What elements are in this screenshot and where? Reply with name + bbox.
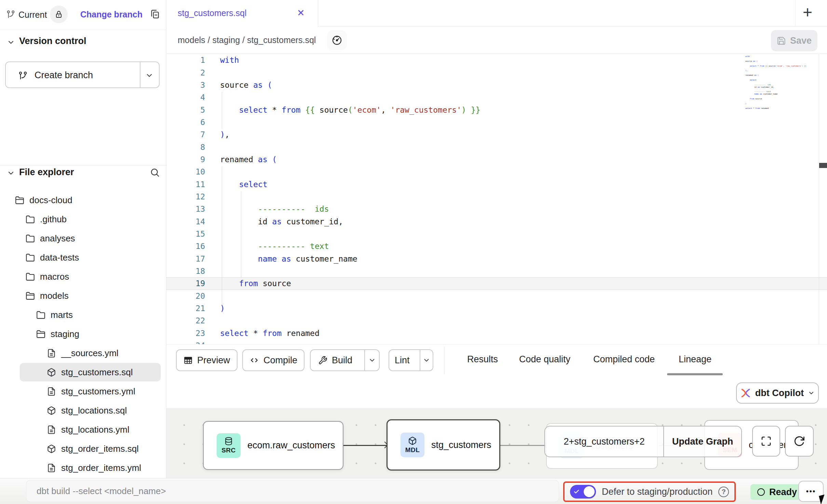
code-text: id as customer_id, bbox=[220, 217, 343, 226]
version-control-chevron-icon[interactable] bbox=[7, 38, 15, 46]
file-explorer-chevron-icon[interactable] bbox=[7, 169, 15, 177]
file-explorer-title: File explorer bbox=[19, 167, 74, 178]
code-line[interactable]: 24 bbox=[166, 339, 827, 344]
badge-label: MDL bbox=[405, 446, 420, 454]
line-number: 17 bbox=[166, 254, 205, 263]
lineage-selector-input[interactable]: 2+stg_customers+2 bbox=[545, 426, 663, 457]
file-item-label: data-tests bbox=[40, 252, 79, 263]
command-placeholder: dbt build --select <model_name> bbox=[37, 486, 166, 496]
code-line[interactable]: 16 ---------- text bbox=[166, 240, 827, 252]
code-text: ---------- text bbox=[220, 242, 329, 251]
code-line[interactable]: 12 bbox=[166, 191, 827, 203]
code-line[interactable]: 14 id as customer_id, bbox=[166, 215, 827, 227]
code-line[interactable]: 22 bbox=[166, 314, 827, 327]
line-number: 13 bbox=[166, 205, 205, 213]
new-tab-button[interactable]: + bbox=[803, 3, 812, 22]
build-main[interactable]: Build bbox=[311, 350, 360, 370]
lineage-node-stg-customers[interactable]: MDL stg_customers bbox=[387, 419, 500, 471]
node-label: stg_customers bbox=[431, 440, 491, 450]
lint-dropdown-chevron-icon[interactable] bbox=[420, 350, 433, 370]
lint-button[interactable]: Lint bbox=[389, 349, 433, 371]
file-item[interactable]: stg_locations.yml bbox=[0, 420, 166, 439]
code-line[interactable]: 11 select bbox=[166, 178, 827, 190]
refresh-button[interactable] bbox=[785, 426, 814, 457]
save-icon bbox=[777, 36, 786, 45]
code-line[interactable]: 10 bbox=[166, 166, 827, 178]
code-line[interactable]: 13 ---------- ids bbox=[166, 203, 827, 215]
file-item[interactable]: macros bbox=[0, 267, 166, 286]
check-icon bbox=[573, 489, 580, 495]
line-number: 9 bbox=[166, 155, 205, 164]
breadcrumb: models / staging / stg_customers.sql bbox=[178, 35, 316, 45]
status-badge: Ready bbox=[750, 484, 804, 500]
compile-button[interactable]: Compile bbox=[242, 349, 304, 371]
code-line[interactable]: 8 bbox=[166, 141, 827, 153]
file-item[interactable]: stg_order_items.sql bbox=[0, 439, 166, 458]
tab-stg-customers-sql[interactable]: stg_customers.sql ✕ bbox=[166, 0, 318, 27]
update-graph-button[interactable]: Update Graph bbox=[664, 426, 741, 457]
chevron-down-icon bbox=[808, 390, 815, 396]
code-line[interactable]: 1with bbox=[166, 54, 827, 66]
dbt-copilot-button[interactable]: dbt Copilot bbox=[736, 382, 819, 404]
file-item[interactable]: analyses bbox=[0, 229, 166, 248]
indent-guide bbox=[241, 191, 241, 278]
file-item[interactable]: stg_locations.sql bbox=[0, 401, 166, 420]
tab-results[interactable]: Results bbox=[467, 354, 498, 365]
lineage-selector-bar: 2+stg_customers+2 Update Graph bbox=[544, 426, 742, 457]
lint-main[interactable]: Lint bbox=[389, 350, 415, 370]
lineage-header-strip: dbt Copilot bbox=[166, 376, 827, 408]
preview-button[interactable]: Preview bbox=[176, 349, 238, 371]
file-item[interactable]: stg_order_items.yml bbox=[0, 458, 166, 477]
code-line[interactable]: 23select * from renamed bbox=[166, 327, 827, 339]
code-line[interactable]: 2 bbox=[166, 66, 827, 79]
code-line[interactable]: 18 bbox=[166, 265, 827, 277]
code-line[interactable]: 4 bbox=[166, 91, 827, 103]
build-button[interactable]: Build bbox=[310, 349, 380, 371]
defer-toggle[interactable] bbox=[570, 485, 596, 499]
code-line[interactable]: 20 bbox=[166, 290, 827, 302]
line-number: 22 bbox=[166, 316, 205, 325]
code-line[interactable]: 3source as ( bbox=[166, 79, 827, 91]
code-minimap[interactable]: withsource as ( select * from {{ source(… bbox=[745, 55, 817, 112]
code-line[interactable]: 15 bbox=[166, 228, 827, 240]
chevron-down-icon[interactable] bbox=[145, 71, 153, 80]
file-item[interactable]: stg_customers.yml bbox=[0, 382, 166, 401]
file-item[interactable]: docs-cloud bbox=[0, 191, 166, 210]
line-number: 18 bbox=[166, 267, 205, 276]
save-button[interactable]: Save bbox=[771, 30, 817, 51]
fullscreen-button[interactable] bbox=[752, 426, 780, 457]
file-item[interactable]: stg_customers.sql bbox=[0, 363, 166, 382]
code-line[interactable]: 17 name as customer_name bbox=[166, 253, 827, 265]
code-editor[interactable]: 1with23source as (45 select * from {{ so… bbox=[166, 54, 827, 344]
lineage-node-source[interactable]: SRC ecom.raw_customers bbox=[203, 421, 343, 470]
help-icon[interactable]: ? bbox=[718, 487, 729, 497]
file-item[interactable]: models bbox=[0, 286, 166, 305]
create-branch-button[interactable]: Create branch bbox=[5, 61, 160, 88]
file-item[interactable]: data-tests bbox=[0, 248, 166, 267]
tab-code-quality[interactable]: Code quality bbox=[519, 354, 570, 365]
gauge-icon[interactable] bbox=[327, 30, 347, 50]
divider bbox=[140, 62, 140, 87]
code-line[interactable]: 5 select * from {{ source('ecom', 'raw_c… bbox=[166, 103, 827, 116]
file-item[interactable]: staging bbox=[0, 324, 166, 344]
close-tab-icon[interactable]: ✕ bbox=[297, 8, 305, 18]
copy-icon[interactable] bbox=[149, 9, 160, 20]
file-item[interactable]: marts bbox=[0, 305, 166, 324]
file-item[interactable]: .github bbox=[0, 210, 166, 229]
change-branch-link[interactable]: Change branch bbox=[80, 10, 143, 19]
code-line[interactable]: 9renamed as ( bbox=[166, 153, 827, 166]
code-line[interactable]: 7), bbox=[166, 128, 827, 141]
code-line[interactable]: 19 from source bbox=[166, 277, 827, 290]
tab-lineage[interactable]: Lineage bbox=[679, 354, 711, 365]
lineage-canvas[interactable]: SRC ecom.raw_customers MDL stg_customers… bbox=[166, 408, 827, 478]
code-line[interactable]: 21) bbox=[166, 302, 827, 314]
command-input[interactable]: dbt build --select <model_name> bbox=[26, 480, 559, 502]
build-dropdown-chevron-icon[interactable] bbox=[364, 350, 379, 370]
tab-compiled-code[interactable]: Compiled code bbox=[593, 354, 655, 365]
code-line[interactable]: 6 bbox=[166, 116, 827, 128]
search-icon[interactable] bbox=[150, 167, 160, 178]
lineage-edge bbox=[343, 445, 387, 446]
scrollbar-marker[interactable] bbox=[819, 163, 827, 168]
file-item[interactable]: __sources.yml bbox=[0, 344, 166, 363]
line-number: 15 bbox=[166, 229, 205, 238]
